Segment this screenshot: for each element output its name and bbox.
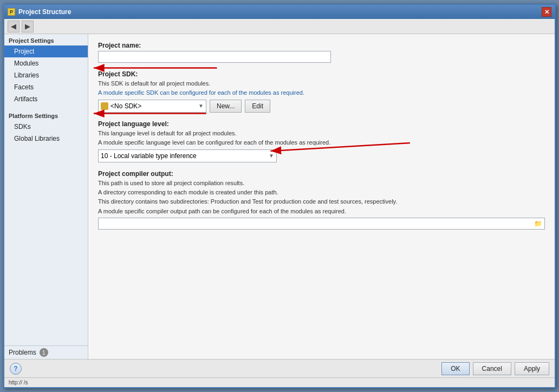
- lang-value: 10 - Local variable type inference: [101, 152, 197, 160]
- sidebar-item-facets[interactable]: Facets: [4, 81, 88, 93]
- lang-chevron-icon: ▼: [269, 153, 274, 159]
- compiler-label: Project compiler output:: [98, 170, 545, 178]
- project-name-label: Project name:: [98, 42, 545, 49]
- sdk-icon: [101, 102, 108, 110]
- problems-badge: 1: [40, 348, 48, 357]
- sidebar-item-libraries[interactable]: Libraries: [4, 69, 88, 81]
- ok-button[interactable]: OK: [441, 362, 469, 375]
- compiler-desc2: A directory corresponding to each module…: [98, 188, 545, 197]
- sidebar-item-sdks[interactable]: SDKs: [4, 121, 88, 133]
- project-structure-dialog: P Project Structure ✕ ◀ ▶ Project Settin…: [3, 4, 556, 388]
- problems-label: Problems: [9, 349, 36, 356]
- compiler-desc4: A module specific compiler output path c…: [98, 207, 545, 215]
- project-name-group: Project name:: [98, 42, 545, 63]
- sdk-desc2: A module specific SDK can be configured …: [98, 89, 545, 97]
- bottom-bar: ? OK Cancel Apply: [4, 359, 555, 377]
- folder-browse-icon: 📁: [534, 220, 542, 227]
- dialog-title: Project Structure: [18, 8, 71, 16]
- sidebar-item-global-libraries[interactable]: Global Libraries: [4, 133, 88, 145]
- compiler-output-row: 📁: [98, 218, 545, 230]
- project-name-input[interactable]: [98, 51, 331, 63]
- compiler-desc1: This path is used to store all project c…: [98, 179, 545, 187]
- dialog-icon: P: [8, 8, 15, 16]
- problems-item[interactable]: Problems 1: [4, 345, 88, 359]
- status-bar: http:// /s: [4, 377, 555, 387]
- sidebar-item-artifacts[interactable]: Artifacts: [4, 93, 88, 105]
- lang-desc1: This language level is default for all p…: [98, 129, 545, 138]
- language-level-select[interactable]: 10 - Local variable type inference ▼: [98, 149, 277, 162]
- sdk-value: <No SDK>: [110, 102, 141, 110]
- project-settings-section: Project Settings: [4, 34, 88, 45]
- forward-button[interactable]: ▶: [22, 21, 34, 32]
- sdk-edit-button[interactable]: Edit: [245, 100, 270, 113]
- project-lang-label: Project language level:: [98, 120, 545, 128]
- lang-desc2: A module specific language level can be …: [98, 139, 545, 147]
- back-button[interactable]: ◀: [8, 21, 20, 32]
- sdk-row: <No SDK> ▼ New... Edit: [98, 100, 545, 113]
- sidebar-item-modules[interactable]: Modules: [4, 57, 88, 69]
- main-panel: Project name: Project SDK: This SDK is d…: [88, 34, 555, 359]
- title-bar: P Project Structure ✕: [4, 5, 555, 19]
- sidebar-item-project[interactable]: Project: [4, 45, 88, 57]
- compiler-output-input[interactable]: 📁: [98, 218, 545, 230]
- cancel-button[interactable]: Cancel: [473, 362, 511, 375]
- sidebar: Project Settings Project Modules Librari…: [4, 34, 88, 359]
- sdk-desc1: This SDK is default for all project modu…: [98, 80, 545, 88]
- main-content: Project Settings Project Modules Librari…: [4, 34, 555, 359]
- project-sdk-label: Project SDK:: [98, 70, 545, 78]
- close-button[interactable]: ✕: [542, 7, 551, 17]
- project-sdk-group: Project SDK: This SDK is default for all…: [98, 70, 545, 113]
- sdk-chevron-icon: ▼: [198, 103, 204, 109]
- toolbar: ◀ ▶: [4, 19, 555, 34]
- sdk-select[interactable]: <No SDK> ▼: [98, 100, 206, 113]
- help-button[interactable]: ?: [10, 363, 22, 375]
- compiler-output-group: Project compiler output: This path is us…: [98, 170, 545, 230]
- compiler-desc3: This directory contains two subdirectori…: [98, 198, 545, 206]
- project-lang-group: Project language level: This language le…: [98, 120, 545, 162]
- sdk-new-button[interactable]: New...: [210, 100, 242, 113]
- apply-button[interactable]: Apply: [515, 362, 549, 375]
- platform-settings-section: Platform Settings: [4, 109, 88, 121]
- status-text: http:// /s: [9, 380, 28, 386]
